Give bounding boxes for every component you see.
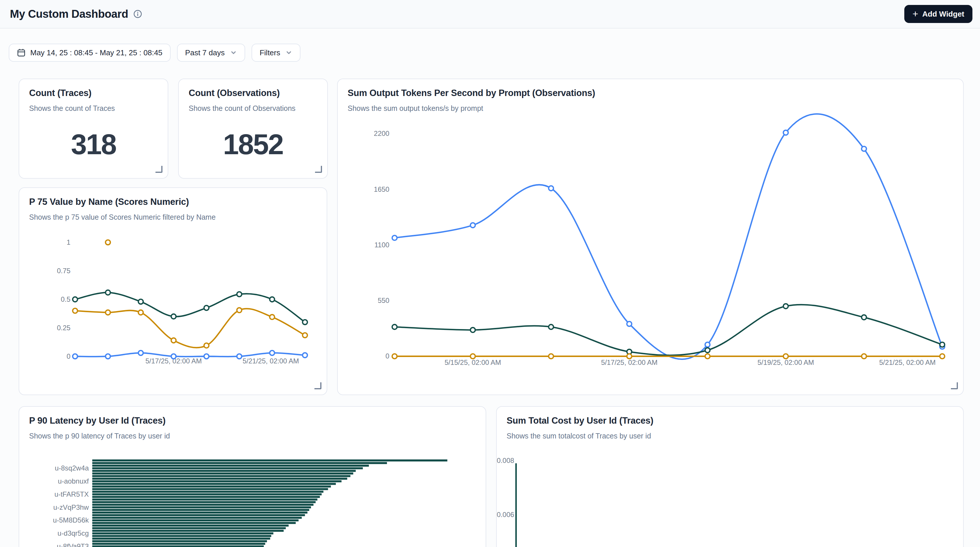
- svg-text:0.5: 0.5: [61, 295, 70, 303]
- big-number-value: 318: [19, 128, 168, 161]
- svg-text:0.25: 0.25: [57, 324, 70, 332]
- svg-text:5/21/25, 02:00 AM: 5/21/25, 02:00 AM: [242, 357, 299, 365]
- svg-text:0.008: 0.008: [497, 457, 514, 465]
- svg-text:0: 0: [385, 352, 389, 360]
- dashboard-page: My Custom Dashboard + Add Widget May 14,…: [0, 0, 980, 547]
- resize-handle-icon[interactable]: [315, 382, 321, 389]
- widget-title: Count (Traces): [29, 88, 158, 98]
- widget-subtitle: Shows the sum output tokens/s by prompt: [348, 104, 953, 113]
- chevron-down-icon: [230, 49, 237, 56]
- svg-text:0: 0: [67, 352, 70, 360]
- info-icon[interactable]: [134, 10, 142, 18]
- widget-subtitle: Shows the p 75 value of Scores Numeric f…: [29, 213, 317, 221]
- date-preset-dropdown[interactable]: Past 7 days: [177, 44, 245, 62]
- svg-text:u-8sq2w4a: u-8sq2w4a: [55, 464, 89, 472]
- widget-subtitle: Shows the p 90 latency of Traces by user…: [29, 432, 476, 440]
- widget-title: P 90 Latency by User Id (Traces): [29, 415, 476, 426]
- svg-text:1650: 1650: [374, 186, 389, 193]
- svg-text:550: 550: [378, 296, 389, 304]
- resize-handle-icon[interactable]: [951, 382, 958, 389]
- widget-title: Sum Total Cost by User Id (Traces): [507, 415, 953, 426]
- widget-card-p90-latency: P 90 Latency by User Id (Traces) Shows t…: [19, 406, 486, 547]
- widget-title: Sum Output Tokens Per Second by Prompt (…: [348, 88, 953, 98]
- widget-card-count-traces: Count (Traces) Shows the count of Traces…: [19, 79, 168, 179]
- calendar-icon: [17, 48, 25, 57]
- resize-handle-icon[interactable]: [315, 166, 322, 173]
- svg-text:0.75: 0.75: [57, 267, 70, 275]
- svg-text:0.006: 0.006: [497, 511, 514, 518]
- tokens-line-chart: 22001650110055005/15/25, 02:00 AM5/17/25…: [338, 79, 963, 395]
- svg-text:5/21/25, 02:00 AM: 5/21/25, 02:00 AM: [879, 358, 936, 366]
- widget-card-count-observations: Count (Observations) Shows the count of …: [178, 79, 328, 179]
- filters-label: Filters: [260, 48, 280, 57]
- add-widget-button[interactable]: + Add Widget: [904, 5, 972, 23]
- chevron-down-icon: [285, 49, 292, 56]
- widget-subtitle: Shows the sum totalcost of Traces by use…: [507, 432, 953, 440]
- svg-text:u-aobnuxf: u-aobnuxf: [58, 477, 89, 485]
- svg-text:2200: 2200: [374, 130, 389, 137]
- svg-text:u-8fVa9T3: u-8fVa9T3: [57, 542, 89, 547]
- svg-text:u-zVqP3hw: u-zVqP3hw: [53, 503, 89, 511]
- page-title: My Custom Dashboard: [10, 8, 128, 21]
- widget-title: P 75 Value by Name (Scores Numeric): [29, 197, 317, 207]
- svg-text:5/17/25, 02:00 AM: 5/17/25, 02:00 AM: [601, 358, 657, 366]
- filters-dropdown[interactable]: Filters: [251, 44, 301, 62]
- widget-card-tokens-per-second: Sum Output Tokens Per Second by Prompt (…: [337, 79, 964, 395]
- widget-card-total-cost: Sum Total Cost by User Id (Traces) Shows…: [496, 406, 964, 547]
- svg-text:u-d3qr5cg: u-d3qr5cg: [58, 529, 89, 537]
- svg-text:u-tFAR5TX: u-tFAR5TX: [54, 490, 89, 498]
- widget-subtitle: Shows the count of Observations: [189, 104, 317, 113]
- resize-handle-icon[interactable]: [156, 166, 162, 173]
- widget-title: Count (Observations): [189, 88, 317, 98]
- svg-text:5/19/25, 02:00 AM: 5/19/25, 02:00 AM: [757, 358, 814, 366]
- svg-text:u-5M8D56k: u-5M8D56k: [53, 516, 89, 524]
- svg-text:1: 1: [67, 238, 70, 246]
- plus-icon: +: [912, 9, 918, 19]
- date-preset-value: Past 7 days: [185, 48, 225, 57]
- add-widget-label: Add Widget: [922, 10, 964, 19]
- svg-text:5/15/25, 02:00 AM: 5/15/25, 02:00 AM: [445, 358, 501, 366]
- date-range-value: May 14, 25 : 08:45 - May 21, 25 : 08:45: [30, 48, 162, 57]
- filter-bar: May 14, 25 : 08:45 - May 21, 25 : 08:45 …: [9, 44, 301, 62]
- date-range-picker[interactable]: May 14, 25 : 08:45 - May 21, 25 : 08:45: [9, 44, 170, 62]
- svg-text:1100: 1100: [374, 241, 389, 249]
- big-number-value: 1852: [179, 128, 327, 161]
- top-bar: My Custom Dashboard + Add Widget: [0, 0, 980, 29]
- widget-card-p75-value: P 75 Value by Name (Scores Numeric) Show…: [19, 187, 327, 395]
- widget-subtitle: Shows the count of Traces: [29, 104, 158, 113]
